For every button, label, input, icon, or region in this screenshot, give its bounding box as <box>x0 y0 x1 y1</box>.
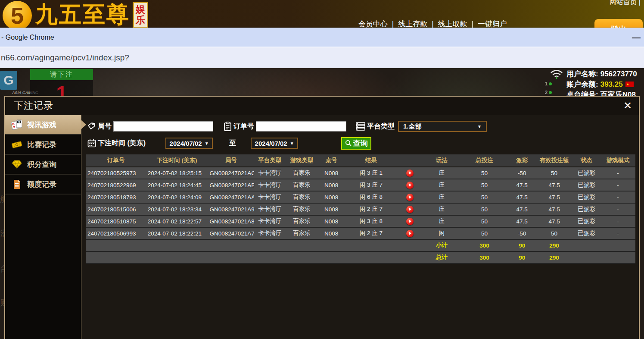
round-input[interactable] <box>113 121 213 132</box>
cell-order: 240702180518793 <box>86 191 146 203</box>
cell-round: GN008247021AC <box>208 167 254 179</box>
table-row: 2407021805259732024-07-02 18:25:15GN0082… <box>86 167 635 179</box>
replay-button[interactable] <box>406 194 414 201</box>
modal-title: 下注记录 <box>14 99 53 112</box>
cell-table-no: N008 <box>318 167 345 179</box>
cell-payout: 47.5 <box>508 203 536 215</box>
cell-payout: 47.5 <box>508 191 536 203</box>
cell-game-type: 百家乐 <box>286 227 318 239</box>
total-row: 总计30090290 <box>86 251 635 264</box>
cell-valid-bet: 50 <box>536 167 572 179</box>
cell-bet-time: 2024-07-02 18:24:45 <box>146 179 208 191</box>
summary-payout: 90 <box>508 251 536 264</box>
chrome-urlbar[interactable]: n66.com/agingame/pcv1/index.jsp? <box>0 47 644 68</box>
cell-replay <box>397 215 423 227</box>
table-row: 2407021805108752024-07-02 18:22:57GN0082… <box>86 215 635 227</box>
table-header-5: 游戏类型 <box>286 154 318 167</box>
nav-link-1[interactable]: 会员中心 <box>358 20 388 28</box>
cell-game-type: 百家乐 <box>286 167 318 179</box>
replay-button[interactable] <box>406 170 414 177</box>
cell-round: GN008247021AB <box>208 179 254 191</box>
summary-label: 小计 <box>423 239 461 251</box>
sidebar-tab-label: 视讯游戏 <box>27 120 56 130</box>
cell-play-type: 庄 <box>423 203 461 215</box>
close-icon[interactable]: ✕ <box>623 100 632 111</box>
table-row: 2407021805069932024-07-02 18:22:21GN0082… <box>86 227 635 239</box>
cell-result: 闲 3 庄 1 <box>345 167 398 179</box>
url-text[interactable]: n66.com/agingame/pcv1/index.jsp? <box>1 53 129 63</box>
ticket-icon <box>11 140 23 149</box>
search-icon <box>345 140 352 147</box>
table-header-11: 派彩 <box>508 154 536 167</box>
date-from-select[interactable]: 2024/07/02 ▼ <box>165 138 213 149</box>
nav-link-3[interactable]: 线上取款 <box>438 20 467 28</box>
nav-link-2[interactable]: 线上存款 <box>398 20 427 28</box>
cell-table-no: N008 <box>318 215 345 227</box>
marker-1: 1 <box>545 81 548 86</box>
table-header-6: 桌号 <box>318 154 345 167</box>
order-input[interactable] <box>256 121 346 132</box>
cell-table-no: N008 <box>318 203 345 215</box>
sidebar-tab-2[interactable]: 比赛记录 <box>5 135 81 155</box>
china-flag-icon: ★ <box>625 82 634 87</box>
home-link[interactable]: 网站首页 | <box>609 0 641 7</box>
chrome-window-title: - Google Chrome <box>1 34 54 41</box>
cell-game-type: 百家乐 <box>286 191 318 203</box>
modal-titlebar: 下注记录 ✕ <box>5 97 639 115</box>
cell-platform: 卡卡湾厅 <box>254 191 286 203</box>
nav-link-4[interactable]: 一键归户 <box>478 20 507 28</box>
cell-order: 240702180506993 <box>86 227 146 239</box>
search-button[interactable]: 查询 <box>341 137 371 150</box>
cell-total-bet: 50 <box>461 227 508 239</box>
table-row: 2407021805150062024-07-02 18:23:34GN0082… <box>86 203 635 215</box>
marker-2: 2 <box>545 90 548 95</box>
summary-spacer <box>86 251 423 264</box>
to-label: 至 <box>229 139 236 148</box>
cell-platform: 卡卡湾厅 <box>254 215 286 227</box>
cell-bet-time: 2024-07-02 18:22:57 <box>146 215 208 227</box>
replay-button[interactable] <box>406 182 414 189</box>
date-to-select[interactable]: 2024/07/02 ▼ <box>251 138 298 149</box>
cell-game-type: 百家乐 <box>286 215 318 227</box>
sidebar-tab-3[interactable]: 积分查询 <box>5 155 81 175</box>
cell-round: GN008247021A9 <box>208 203 254 215</box>
summary-valid-bet: 290 <box>536 251 572 264</box>
cell-game-type: 百家乐 <box>286 203 318 215</box>
cell-platform: 卡卡湾厅 <box>254 179 286 191</box>
cell-status: 已派彩 <box>572 215 600 227</box>
cell-payout: -50 <box>508 227 536 239</box>
summary-spacer <box>86 239 423 251</box>
cell-order: 240702180510875 <box>86 215 146 227</box>
sidebar-tab-4[interactable]: 额度记录 <box>5 175 81 195</box>
platform-select[interactable]: 1.全部 ▼ <box>398 121 487 132</box>
cell-game-mode: - <box>600 203 635 215</box>
cell-valid-bet: 47.5 <box>536 179 572 191</box>
cell-status: 已派彩 <box>572 203 600 215</box>
table-markers: 1 2 <box>545 79 552 97</box>
cell-valid-bet: 50 <box>536 227 572 239</box>
sidebar-tab-1[interactable]: K♥9视讯游戏 <box>5 115 81 135</box>
summary-spacer <box>572 251 635 264</box>
balance-label: 账户余额: <box>566 79 598 89</box>
cell-bet-time: 2024-07-02 18:22:21 <box>146 227 208 239</box>
bet-records-modal: 下注记录 ✕ K♥9视讯游戏比赛记录积分查询额度记录 局号 订单号 平台类型 <box>4 96 640 339</box>
nav-separator: | <box>472 20 473 28</box>
cell-platform: 卡卡湾厅 <box>254 203 286 215</box>
cell-status: 已派彩 <box>572 227 600 239</box>
minimize-icon[interactable]: — <box>632 32 641 42</box>
table-header-1: 订单号 <box>86 154 146 167</box>
replay-button[interactable] <box>406 230 414 237</box>
table-header-12: 有效投注额 <box>536 154 572 167</box>
cell-bet-time: 2024-07-02 18:23:34 <box>146 203 208 215</box>
bet-records-table: 订单号下注时间 (美东)局号平台类型游戏类型桌号结果玩法总投注派彩有效投注额状态… <box>86 154 635 264</box>
date-from-value: 2024/07/02 <box>170 140 202 147</box>
replay-button[interactable] <box>406 206 414 213</box>
table-header-3: 局号 <box>208 154 254 167</box>
chrome-titlebar: - Google Chrome — <box>0 28 644 47</box>
cell-order: 240702180525973 <box>86 167 146 179</box>
cell-replay <box>397 203 423 215</box>
order-label: 订单号 <box>233 122 254 131</box>
replay-button[interactable] <box>406 218 414 225</box>
cell-table-no: N008 <box>318 227 345 239</box>
green-dot-icon <box>549 82 552 85</box>
